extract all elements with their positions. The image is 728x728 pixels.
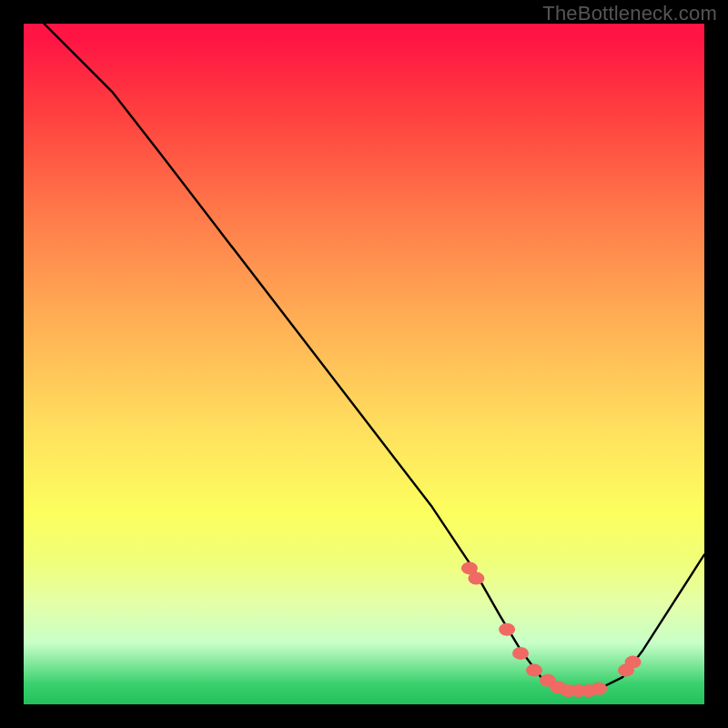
highlight-dot — [581, 684, 597, 697]
highlight-dot — [591, 682, 607, 695]
highlight-dot — [550, 681, 566, 693]
chart-frame: TheBottleneck.com — [0, 0, 728, 728]
highlight-dot — [499, 623, 515, 636]
highlight-dot — [526, 664, 542, 677]
curve-layer — [24, 24, 704, 704]
bottleneck-curve — [44, 24, 704, 691]
attribution-text: TheBottleneck.com — [542, 2, 717, 25]
highlight-dot — [512, 647, 529, 660]
plot-area — [24, 24, 704, 704]
highlight-dot — [461, 561, 478, 574]
highlight-dot — [468, 572, 484, 585]
highlight-dot — [625, 656, 642, 669]
highlight-dot — [571, 684, 587, 697]
highlight-dots — [461, 561, 642, 697]
highlight-dot — [540, 674, 556, 687]
highlight-dot — [560, 684, 576, 697]
highlight-dot — [618, 664, 634, 677]
